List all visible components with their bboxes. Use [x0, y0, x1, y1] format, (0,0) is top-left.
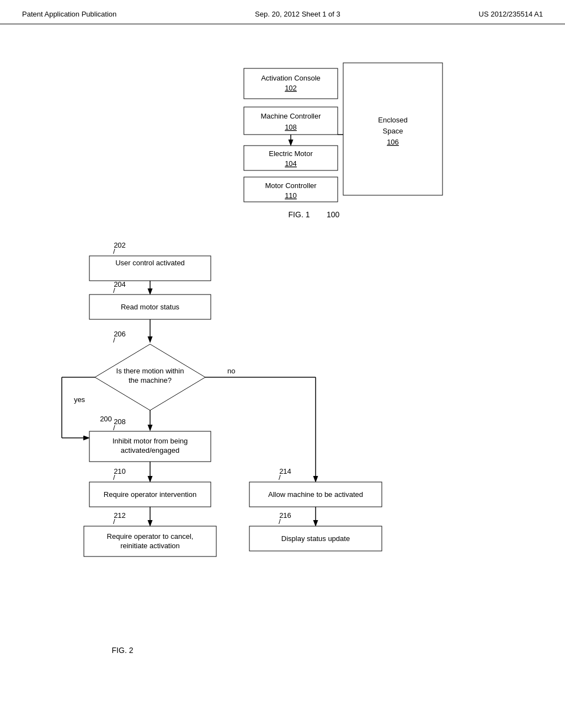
svg-text:Inhibit motor from being: Inhibit motor from being — [113, 437, 188, 445]
svg-text:yes: yes — [74, 395, 86, 404]
svg-text:Read motor status: Read motor status — [121, 303, 180, 311]
svg-text:/: / — [113, 517, 115, 526]
svg-text:216: 216 — [279, 511, 291, 520]
svg-rect-4 — [244, 177, 338, 202]
svg-text:the machine?: the machine? — [129, 376, 172, 384]
svg-text:/: / — [279, 517, 281, 526]
page-header: Patent Application Publication Sep. 20, … — [0, 0, 565, 24]
svg-text:212: 212 — [114, 511, 126, 520]
svg-rect-67 — [249, 526, 382, 551]
svg-text:108: 108 — [285, 123, 297, 131]
svg-text:FIG. 2: FIG. 2 — [112, 646, 134, 655]
header-center: Sep. 20, 2012 Sheet 1 of 3 — [255, 10, 340, 18]
svg-text:110: 110 — [285, 191, 297, 200]
svg-text:Space: Space — [383, 127, 403, 135]
svg-text:202: 202 — [114, 241, 126, 249]
svg-rect-2 — [244, 107, 338, 135]
svg-text:206: 206 — [114, 330, 126, 338]
svg-text:no: no — [227, 367, 235, 375]
svg-rect-0 — [343, 63, 443, 195]
svg-text:200: 200 — [100, 415, 112, 423]
svg-text:Electric Motor: Electric Motor — [269, 149, 313, 158]
svg-text:Require operator intervention: Require operator intervention — [104, 490, 196, 499]
header-right: US 2012/235514 A1 — [479, 10, 543, 18]
svg-rect-62 — [249, 482, 382, 507]
svg-text:Is there motion within: Is there motion within — [116, 367, 184, 375]
svg-text:Activation Console: Activation Console — [261, 74, 321, 82]
svg-rect-25 — [89, 295, 211, 319]
svg-text:Allow machine to be activated: Allow machine to be activated — [268, 490, 363, 499]
svg-text:Require operator to cancel,: Require operator to cancel, — [107, 532, 194, 540]
fig2-svg: User control activated 202 / Read motor … — [34, 234, 531, 686]
svg-text:activated/engaged: activated/engaged — [121, 446, 179, 454]
svg-rect-44 — [89, 431, 211, 462]
svg-text:/: / — [113, 247, 115, 255]
svg-rect-50 — [89, 482, 211, 507]
svg-text:Display status update: Display status update — [281, 534, 350, 543]
svg-text:FIG. 1: FIG. 1 — [289, 210, 310, 219]
svg-text:104: 104 — [285, 159, 297, 168]
svg-text:/: / — [113, 286, 115, 295]
svg-text:/: / — [113, 473, 115, 481]
header-left: Patent Application Publication — [22, 10, 116, 18]
svg-text:204: 204 — [114, 280, 126, 288]
svg-text:Machine Controller: Machine Controller — [260, 112, 321, 120]
svg-text:User control activated: User control activated — [115, 259, 185, 267]
fig1-diagram: Activation Console 102 Machine Controlle… — [89, 46, 476, 223]
fig1-svg: Activation Console 102 Machine Controlle… — [89, 46, 476, 223]
svg-rect-55 — [84, 526, 216, 556]
svg-text:Enclosed: Enclosed — [378, 116, 407, 124]
svg-rect-1 — [244, 68, 338, 99]
svg-text:reinitiate activation: reinitiate activation — [120, 542, 180, 550]
svg-text:/: / — [113, 424, 115, 432]
svg-text:210: 210 — [114, 467, 126, 475]
svg-rect-3 — [244, 146, 338, 170]
fig2-diagram: User control activated 202 / Read motor … — [34, 234, 531, 686]
svg-text:208: 208 — [114, 417, 126, 426]
svg-rect-20 — [89, 256, 211, 281]
svg-text:Motor Controller: Motor Controller — [265, 181, 317, 190]
svg-marker-30 — [95, 344, 205, 410]
svg-text:106: 106 — [387, 138, 399, 146]
svg-text:102: 102 — [285, 84, 297, 92]
svg-text:214: 214 — [279, 467, 291, 475]
svg-text:/: / — [113, 336, 115, 344]
svg-text:100: 100 — [327, 210, 340, 219]
svg-text:/: / — [279, 473, 281, 481]
